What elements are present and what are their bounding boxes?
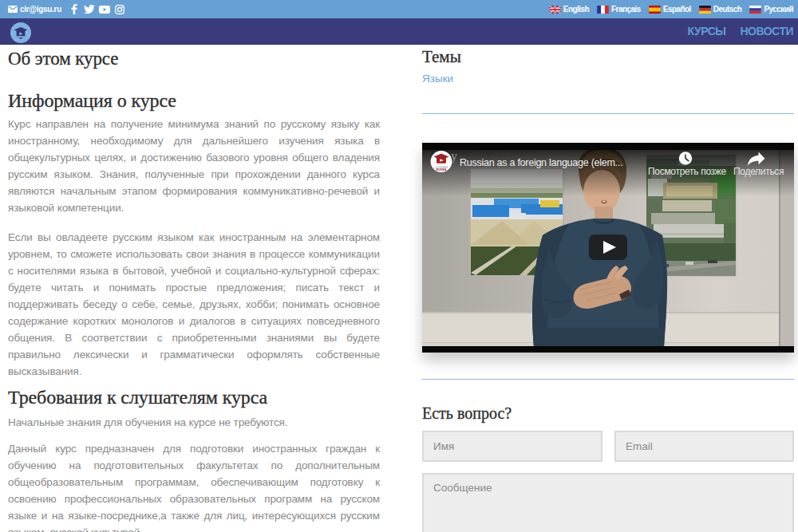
svg-text:Russian as a foreign language: Russian as a foreign language (elem...	[460, 157, 622, 168]
svg-text:RUSSIA: RUSSIA	[437, 168, 447, 171]
svg-text:Посмотреть позже: Посмотреть позже	[648, 166, 727, 177]
svg-text:Поделиться: Поделиться	[733, 166, 784, 177]
